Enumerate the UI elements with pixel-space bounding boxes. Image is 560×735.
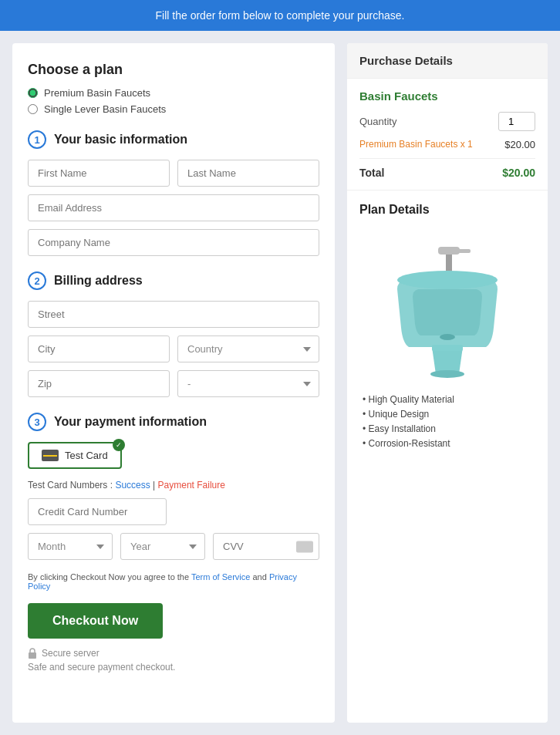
- test-card-label: Test Card: [65, 450, 108, 461]
- cc-number-input[interactable]: [28, 498, 167, 525]
- left-panel: Choose a plan Premium Basin Faucets Sing…: [12, 43, 335, 723]
- email-input[interactable]: [28, 194, 319, 221]
- month-select[interactable]: Month 010203 040506 070809 101112: [28, 533, 113, 560]
- features-list: High Quality Material Unique Design Easy…: [359, 394, 535, 449]
- cvv-row: Month 010203 040506 070809 101112 Year 2…: [28, 533, 319, 560]
- first-name-input[interactable]: [28, 160, 170, 187]
- svg-rect-8: [432, 345, 463, 351]
- svg-point-6: [440, 334, 455, 340]
- card-check-icon: ✓: [113, 439, 125, 451]
- svg-rect-0: [29, 652, 36, 659]
- choose-plan-title: Choose a plan: [28, 62, 319, 78]
- quantity-row: Quantity: [359, 112, 535, 131]
- quantity-input[interactable]: [498, 112, 535, 131]
- street-row: [28, 301, 319, 328]
- plan-details-title: Plan Details: [359, 203, 535, 217]
- plan-radio-premium[interactable]: [28, 88, 38, 98]
- section2-number: 2: [28, 271, 46, 290]
- company-row: [28, 229, 319, 256]
- zip-state-row: -: [28, 370, 319, 397]
- feature-item: Easy Installation: [359, 423, 535, 434]
- secure-note: Safe and secure payment checkout.: [28, 662, 319, 673]
- success-link[interactable]: Success: [115, 480, 150, 491]
- svg-rect-4: [457, 249, 471, 253]
- section1-header: 1 Your basic information: [28, 130, 319, 149]
- failure-link[interactable]: Payment Failure: [158, 480, 225, 491]
- section3-header: 3 Your payment information: [28, 413, 319, 431]
- feature-item: Unique Design: [359, 409, 535, 420]
- top-banner: Fill the order form below to complete yo…: [0, 0, 560, 31]
- terms-text: By clicking Checkout Now you agree to th…: [28, 572, 319, 591]
- total-label: Total: [359, 167, 384, 179]
- checkout-button[interactable]: Checkout Now: [28, 603, 163, 639]
- main-container: Choose a plan Premium Basin Faucets Sing…: [0, 31, 560, 735]
- svg-point-5: [397, 271, 498, 289]
- price-row: Premium Basin Faucets x 1 $20.00: [359, 139, 535, 159]
- company-input[interactable]: [28, 229, 319, 256]
- zip-input[interactable]: [28, 370, 170, 397]
- price-label: Premium Basin Faucets x 1: [359, 139, 473, 150]
- banner-text: Fill the order form below to complete yo…: [156, 9, 405, 22]
- tos-link[interactable]: Term of Service: [191, 572, 250, 582]
- cc-row: [28, 498, 319, 525]
- city-country-row: Country: [28, 335, 319, 362]
- cvv-card-icon: [296, 541, 313, 552]
- plan-label-single: Single Lever Basin Faucets: [44, 103, 166, 115]
- plan-option-premium[interactable]: Premium Basin Faucets: [28, 87, 319, 99]
- right-panel: Purchase Details Basin Faucets Quantity …: [347, 43, 548, 723]
- street-input[interactable]: [28, 301, 319, 328]
- country-select[interactable]: Country: [177, 335, 319, 362]
- product-name: Basin Faucets: [359, 89, 535, 103]
- test-card-info: Test Card Numbers : Success | Payment Fa…: [28, 480, 319, 491]
- city-input[interactable]: [28, 335, 170, 362]
- state-select[interactable]: -: [177, 370, 319, 397]
- sink-svg: [378, 228, 517, 382]
- year-select[interactable]: Year 202420252026 202720282029: [120, 533, 205, 560]
- choose-plan-section: Choose a plan Premium Basin Faucets Sing…: [28, 62, 319, 115]
- purchase-details-body: Basin Faucets Quantity Premium Basin Fau…: [347, 79, 548, 190]
- payment-card-btn[interactable]: Test Card ✓: [28, 442, 122, 469]
- feature-item: High Quality Material: [359, 394, 535, 405]
- plan-details-section: Plan Details: [347, 190, 548, 465]
- section1-number: 1: [28, 130, 46, 149]
- section3-number: 3: [28, 413, 46, 431]
- credit-card-icon: [42, 450, 59, 461]
- section1-title: Your basic information: [54, 133, 187, 147]
- plan-radio-single[interactable]: [28, 104, 38, 114]
- name-row: [28, 160, 319, 187]
- svg-point-7: [430, 370, 464, 378]
- section3-title: Your payment information: [54, 415, 207, 429]
- section2-header: 2 Billing address: [28, 271, 319, 290]
- cvv-input-wrap: [213, 533, 319, 560]
- purchase-details-header: Purchase Details: [347, 43, 548, 79]
- lock-icon: [28, 648, 37, 659]
- quantity-label: Quantity: [359, 116, 396, 127]
- plan-label-premium: Premium Basin Faucets: [44, 87, 150, 99]
- price-value: $20.00: [504, 139, 535, 150]
- svg-rect-2: [438, 247, 460, 255]
- plan-option-single[interactable]: Single Lever Basin Faucets: [28, 103, 319, 115]
- email-row: [28, 194, 319, 221]
- last-name-input[interactable]: [177, 160, 319, 187]
- section2-title: Billing address: [54, 274, 143, 288]
- total-row: Total $20.00: [359, 167, 535, 179]
- secure-server: Secure server: [28, 648, 319, 659]
- feature-item: Corrosion-Resistant: [359, 438, 535, 449]
- total-value: $20.00: [502, 167, 535, 179]
- sink-illustration: [359, 228, 535, 382]
